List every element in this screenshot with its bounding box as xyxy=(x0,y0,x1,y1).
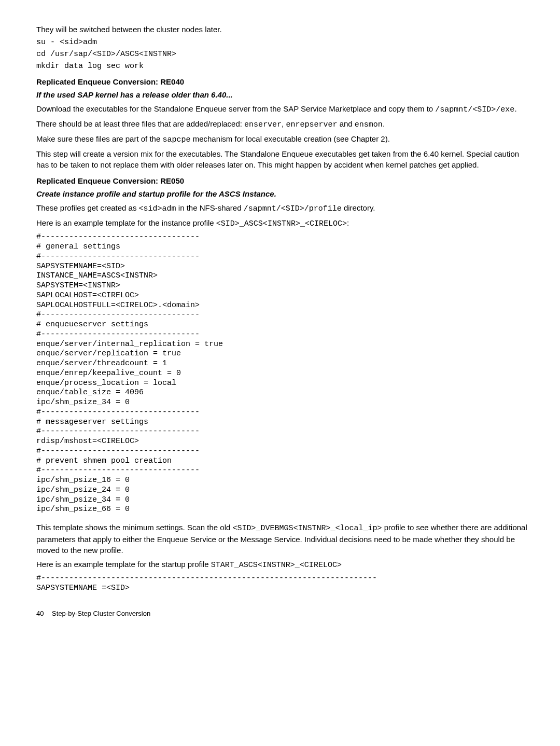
paragraph: Download the executables for the Standal… xyxy=(36,103,529,115)
inline-code: START_ASCS<INSTNR>_<CIRELOC> xyxy=(211,561,342,570)
text: Here is an example template for the inst… xyxy=(36,218,216,227)
section-subheading-re050: Create instance profile and startup prof… xyxy=(36,188,529,199)
section-heading-re040: Replicated Enqueue Conversion: RE040 xyxy=(36,76,529,87)
page-number: 40 xyxy=(36,610,44,617)
code-block-startup-profile: #---------------------------------------… xyxy=(36,574,529,593)
paragraph: Here is an example template for the star… xyxy=(36,559,529,571)
text: Here is an example template for the star… xyxy=(36,560,211,569)
inline-code: <SID>_DVEBMGS<INSTNR>_<local_ip> xyxy=(233,524,382,533)
paragraph: This template shows the minimum settings… xyxy=(36,522,529,556)
text: Make sure these files are part of the xyxy=(36,134,162,143)
paragraph: There should be at least three files tha… xyxy=(36,118,529,130)
paragraph: They will be switched between the cluste… xyxy=(36,24,529,35)
text: This template shows the minimum settings… xyxy=(36,523,233,532)
text: and xyxy=(337,119,354,128)
text: in the NFS-shared xyxy=(176,203,244,212)
paragraph: This step will create a version mix for … xyxy=(36,148,529,170)
inline-code: <sid>adm xyxy=(139,204,176,213)
text: There should be at least three files tha… xyxy=(36,119,244,128)
page-footer: 40 Step-by-Step Cluster Conversion xyxy=(36,609,529,618)
text: : xyxy=(347,218,349,227)
inline-code: ensmon xyxy=(355,120,383,129)
text: These profiles get created as xyxy=(36,203,139,212)
inline-code: sapcpe xyxy=(162,135,190,144)
inline-code: /sapmnt/<SID>/exe xyxy=(435,105,514,114)
inline-code: /sapmnt/<SID>/profile xyxy=(244,204,342,213)
command-line: su - <sid>adm xyxy=(36,38,529,48)
paragraph: Here is an example template for the inst… xyxy=(36,217,529,229)
command-line: cd /usr/sap/<SID>/ASCS<INSTNR> xyxy=(36,50,529,60)
section-subheading-re040: If the used SAP kernel has a release old… xyxy=(36,89,529,100)
text: Download the executables for the Standal… xyxy=(36,104,435,113)
section-heading-re050: Replicated Enqueue Conversion: RE050 xyxy=(36,175,529,186)
footer-title: Step-by-Step Cluster Conversion xyxy=(52,610,150,617)
text: . xyxy=(514,104,516,113)
inline-code: enrepserver xyxy=(286,120,337,129)
text: mechanism for local executable creation … xyxy=(190,134,389,143)
text: directory. xyxy=(342,203,375,212)
inline-code: enserver xyxy=(244,120,282,129)
inline-code: <SID>_ASCS<INSTNR>_<CIRELOC> xyxy=(216,219,347,228)
text: . xyxy=(383,119,385,128)
command-line: mkdir data log sec work xyxy=(36,62,529,72)
code-block-instance-profile: #---------------------------------- # ge… xyxy=(36,232,529,515)
paragraph: These profiles get created as <sid>adm i… xyxy=(36,202,529,214)
paragraph: Make sure these files are part of the sa… xyxy=(36,133,529,145)
